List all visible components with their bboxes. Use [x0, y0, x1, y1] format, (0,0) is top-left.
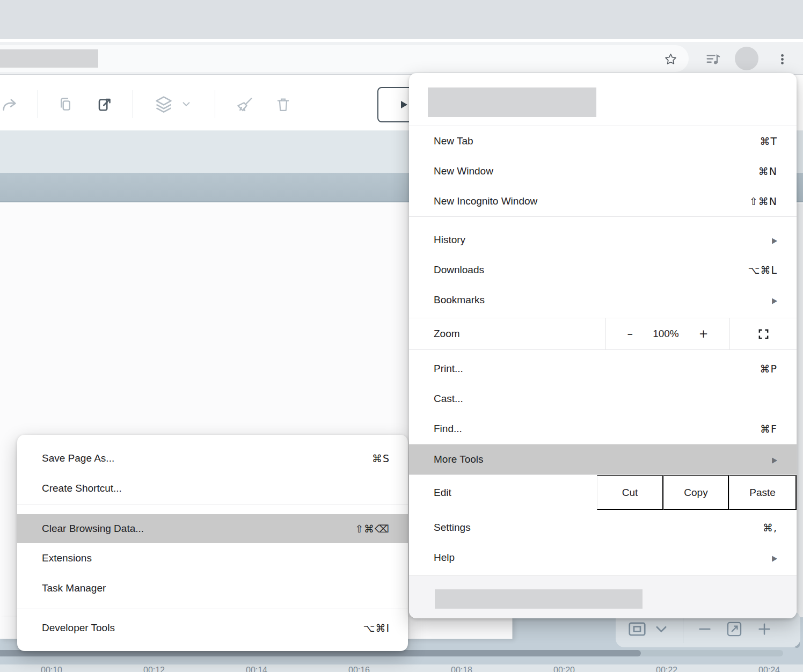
fit-screen-icon — [725, 620, 743, 638]
redacted-footer-text — [435, 589, 643, 609]
copy-button[interactable]: Copy — [663, 475, 729, 510]
kebab-menu-icon — [776, 53, 789, 66]
submenu-arrow-icon: ▶ — [772, 553, 777, 562]
bookmark-star-button[interactable] — [662, 52, 678, 67]
menu-item-downloads[interactable]: Downloads ⌥⌘L — [409, 255, 797, 285]
submenu-arrow-icon: ▶ — [772, 235, 777, 244]
menu-item-shortcut: ⌘, — [763, 522, 777, 534]
collapse-panel-button[interactable] — [649, 615, 673, 643]
menu-item-new-tab[interactable]: New Tab ⌘T — [409, 126, 797, 156]
picture-in-picture-button[interactable] — [625, 615, 649, 643]
menu-item-more-tools[interactable]: More Tools ▶ — [409, 444, 797, 474]
toolbar-separator — [38, 90, 38, 118]
menu-item-label: Extensions — [42, 552, 92, 564]
menu-divider — [409, 349, 797, 350]
timeline-ruler — [0, 664, 803, 672]
more-tools-submenu: Save Page As... ⌘S Create Shortcut... Cl… — [17, 435, 408, 651]
zoom-in-icon — [756, 621, 772, 637]
timeline-timestamp: 00:12 — [143, 666, 165, 672]
timeline-timestamp: 00:14 — [246, 666, 267, 672]
menu-item-shortcut: ⌘N — [758, 165, 777, 177]
copy-button[interactable] — [52, 91, 79, 118]
media-controls-button[interactable] — [705, 51, 722, 67]
submenu-arrow-icon: ▶ — [772, 455, 777, 464]
browser-menu-button[interactable] — [775, 51, 789, 67]
menu-divider — [17, 609, 408, 609]
panel-separator — [683, 615, 683, 643]
menu-item-history[interactable]: History ▶ — [409, 225, 797, 255]
menu-item-new-window[interactable]: New Window ⌘N — [409, 156, 797, 186]
tab-strip — [0, 0, 803, 39]
menu-item-find[interactable]: Find... ⌘F — [409, 414, 797, 444]
menu-item-label: New Window — [434, 165, 493, 177]
zoom-in-timeline-button[interactable] — [753, 615, 776, 643]
timeline-timestamp: 00:16 — [348, 666, 370, 672]
menu-item-task-manager[interactable]: Task Manager — [17, 573, 408, 603]
menu-item-shortcut: ⌥⌘I — [363, 622, 390, 634]
toolbar-separator — [133, 90, 133, 118]
menu-item-settings[interactable]: Settings ⌘, — [409, 513, 797, 543]
timeline-timestamp: 00:20 — [553, 666, 575, 672]
menu-item-extensions[interactable]: Extensions — [17, 543, 408, 573]
menu-item-new-incognito-window[interactable]: New Incognito Window ⇧⌘N — [409, 186, 797, 216]
fullscreen-corners-icon — [757, 328, 770, 340]
menu-divider — [17, 505, 408, 505]
menu-item-clear-browsing-data[interactable]: Clear Browsing Data... ⇧⌘⌫ — [17, 514, 408, 543]
timeline-timestamp: 00:18 — [451, 666, 472, 672]
zoom-in-button[interactable]: + — [696, 327, 712, 340]
zoom-out-button[interactable]: – — [624, 327, 637, 340]
menu-item-create-shortcut[interactable]: Create Shortcut... — [17, 473, 408, 503]
fit-screen-button[interactable] — [722, 615, 746, 643]
zoom-level-value: 100% — [653, 328, 679, 340]
menu-item-label: Developer Tools — [42, 622, 115, 634]
menu-item-label: Save Page As... — [42, 452, 114, 464]
media-playlist-icon — [705, 51, 721, 67]
chevron-down-icon — [653, 621, 669, 637]
picture-in-picture-icon — [627, 620, 647, 638]
menu-item-label: Help — [434, 552, 455, 564]
screen: 00:10 00:12 00:14 00:16 00:18 00:20 00:2… — [0, 0, 803, 672]
paste-button[interactable]: Paste — [729, 475, 797, 510]
window-scrollbar-gutter — [798, 203, 803, 617]
edit-label: Edit — [409, 487, 597, 499]
play-icon — [397, 98, 410, 111]
menu-item-save-page-as[interactable]: Save Page As... ⌘S — [17, 443, 408, 473]
fullscreen-button[interactable] — [730, 318, 797, 349]
redo-button[interactable] — [0, 91, 23, 118]
zoom-out-timeline-button[interactable] — [693, 615, 717, 643]
menu-item-label: Print... — [434, 363, 463, 375]
menu-item-label: More Tools — [434, 454, 484, 465]
menu-footer — [409, 576, 797, 618]
layers-button[interactable] — [150, 91, 177, 118]
menu-divider — [409, 216, 797, 217]
menu-item-shortcut: ⌘P — [760, 363, 777, 375]
delete-button[interactable] — [269, 91, 296, 118]
menu-item-help[interactable]: Help ▶ — [409, 543, 797, 573]
menu-item-bookmarks[interactable]: Bookmarks ▶ — [409, 285, 797, 315]
duplicate-export-icon — [94, 94, 114, 114]
redo-icon — [1, 95, 19, 113]
menu-item-edit: Edit Cut Copy Paste — [409, 475, 797, 510]
menu-item-print[interactable]: Print... ⌘P — [409, 354, 797, 384]
menu-item-zoom: Zoom – 100% + — [409, 318, 797, 349]
menu-item-label: New Incognito Window — [434, 195, 537, 207]
menu-item-label: Cast... — [434, 393, 463, 405]
duplicate-export-button[interactable] — [91, 91, 118, 118]
menu-item-developer-tools[interactable]: Developer Tools ⌥⌘I — [17, 613, 408, 643]
menu-item-label: New Tab — [434, 135, 473, 147]
address-bar[interactable] — [0, 45, 689, 72]
timeline-timestamp: 00:24 — [758, 666, 780, 672]
chevron-down-icon — [180, 98, 192, 110]
menu-item-cast[interactable]: Cast... — [409, 384, 797, 414]
menu-item-shortcut: ⌘S — [372, 452, 390, 464]
profile-avatar[interactable] — [735, 47, 758, 70]
clean-button[interactable] — [232, 91, 259, 118]
menu-item-shortcut: ⌥⌘L — [748, 264, 777, 276]
browser-main-menu: New Tab ⌘T New Window ⌘N New Incognito W… — [409, 73, 797, 618]
layers-dropdown-button[interactable] — [176, 91, 197, 118]
cut-button[interactable]: Cut — [597, 475, 663, 510]
menu-item-label: Task Manager — [42, 582, 106, 594]
star-icon — [663, 52, 678, 67]
menu-item-shortcut: ⌘T — [760, 135, 777, 147]
zoom-controls: – 100% + — [605, 318, 730, 349]
